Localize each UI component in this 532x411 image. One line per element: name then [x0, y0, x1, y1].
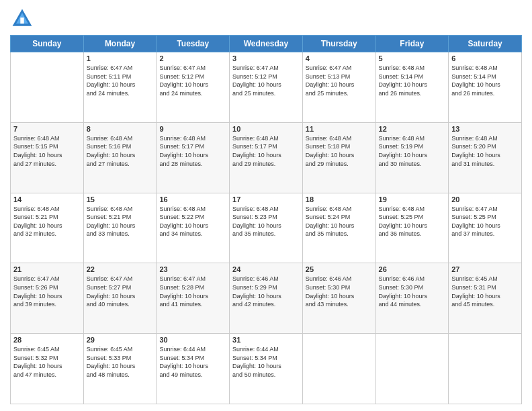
- logo-icon: [10, 7, 34, 31]
- day-info: Sunrise: 6:48 AM Sunset: 5:24 PM Dayligh…: [306, 205, 373, 238]
- day-info: Sunrise: 6:48 AM Sunset: 5:20 PM Dayligh…: [451, 134, 519, 168]
- day-cell-26: 26Sunrise: 6:46 AM Sunset: 5:30 PM Dayli…: [375, 263, 449, 334]
- page: SundayMondayTuesdayWednesdayThursdayFrid…: [0, 0, 532, 411]
- day-number: 24: [232, 265, 300, 273]
- day-info: Sunrise: 6:48 AM Sunset: 5:18 PM Dayligh…: [306, 134, 373, 168]
- day-cell-2: 2Sunrise: 6:47 AM Sunset: 5:12 PM Daylig…: [157, 52, 230, 123]
- day-info: Sunrise: 6:45 AM Sunset: 5:31 PM Dayligh…: [451, 275, 519, 308]
- day-cell-19: 19Sunrise: 6:48 AM Sunset: 5:25 PM Dayli…: [375, 193, 449, 263]
- day-number: 4: [306, 54, 373, 62]
- day-number: 10: [232, 125, 300, 133]
- day-cell-31: 31Sunrise: 6:44 AM Sunset: 5:34 PM Dayli…: [230, 334, 303, 404]
- day-number: 14: [13, 195, 81, 203]
- day-cell-25: 25Sunrise: 6:46 AM Sunset: 5:30 PM Dayli…: [302, 263, 375, 334]
- day-number: 31: [232, 336, 300, 344]
- day-cell-8: 8Sunrise: 6:48 AM Sunset: 5:16 PM Daylig…: [83, 122, 157, 193]
- day-info: Sunrise: 6:48 AM Sunset: 5:21 PM Dayligh…: [87, 205, 154, 238]
- day-number: 27: [451, 265, 519, 273]
- day-cell-29: 29Sunrise: 6:45 AM Sunset: 5:33 PM Dayli…: [83, 334, 157, 404]
- day-cell-9: 9Sunrise: 6:48 AM Sunset: 5:17 PM Daylig…: [157, 122, 230, 193]
- day-info: Sunrise: 6:44 AM Sunset: 5:34 PM Dayligh…: [232, 345, 300, 379]
- day-number: 20: [451, 195, 519, 203]
- day-info: Sunrise: 6:47 AM Sunset: 5:12 PM Dayligh…: [232, 64, 300, 97]
- day-number: 23: [159, 265, 226, 273]
- day-cell-13: 13Sunrise: 6:48 AM Sunset: 5:20 PM Dayli…: [449, 122, 522, 193]
- day-info: Sunrise: 6:48 AM Sunset: 5:15 PM Dayligh…: [13, 134, 81, 168]
- day-number: 30: [159, 336, 226, 344]
- day-info: Sunrise: 6:48 AM Sunset: 5:17 PM Dayligh…: [232, 134, 300, 168]
- day-cell-28: 28Sunrise: 6:45 AM Sunset: 5:32 PM Dayli…: [11, 334, 84, 404]
- empty-cell: [449, 334, 522, 404]
- day-cell-11: 11Sunrise: 6:48 AM Sunset: 5:18 PM Dayli…: [302, 122, 375, 193]
- day-cell-6: 6Sunrise: 6:48 AM Sunset: 5:14 PM Daylig…: [449, 52, 522, 123]
- day-cell-18: 18Sunrise: 6:48 AM Sunset: 5:24 PM Dayli…: [302, 193, 375, 263]
- day-number: 22: [87, 265, 154, 273]
- week-row-1: 1Sunrise: 6:47 AM Sunset: 5:11 PM Daylig…: [11, 52, 522, 123]
- weekday-header-row: SundayMondayTuesdayWednesdayThursdayFrid…: [11, 36, 522, 52]
- empty-cell: [302, 334, 375, 404]
- day-number: 1: [87, 54, 154, 62]
- week-row-2: 7Sunrise: 6:48 AM Sunset: 5:15 PM Daylig…: [11, 122, 522, 193]
- day-info: Sunrise: 6:47 AM Sunset: 5:28 PM Dayligh…: [159, 275, 226, 308]
- day-cell-4: 4Sunrise: 6:47 AM Sunset: 5:13 PM Daylig…: [302, 52, 375, 123]
- day-number: 2: [159, 54, 226, 62]
- day-number: 7: [13, 125, 81, 133]
- day-number: 29: [87, 336, 154, 344]
- week-row-4: 21Sunrise: 6:47 AM Sunset: 5:26 PM Dayli…: [11, 263, 522, 334]
- week-row-5: 28Sunrise: 6:45 AM Sunset: 5:32 PM Dayli…: [11, 334, 522, 404]
- weekday-wednesday: Wednesday: [230, 36, 303, 52]
- header: [10, 7, 522, 31]
- day-cell-16: 16Sunrise: 6:48 AM Sunset: 5:22 PM Dayli…: [157, 193, 230, 263]
- day-info: Sunrise: 6:47 AM Sunset: 5:25 PM Dayligh…: [451, 205, 519, 238]
- day-number: 25: [306, 265, 373, 273]
- day-info: Sunrise: 6:47 AM Sunset: 5:13 PM Dayligh…: [306, 64, 373, 97]
- day-cell-12: 12Sunrise: 6:48 AM Sunset: 5:19 PM Dayli…: [375, 122, 449, 193]
- day-info: Sunrise: 6:48 AM Sunset: 5:14 PM Dayligh…: [379, 64, 446, 97]
- week-row-3: 14Sunrise: 6:48 AM Sunset: 5:21 PM Dayli…: [11, 193, 522, 263]
- day-number: 28: [13, 336, 81, 344]
- day-number: 9: [159, 125, 226, 133]
- day-cell-14: 14Sunrise: 6:48 AM Sunset: 5:21 PM Dayli…: [11, 193, 84, 263]
- day-number: 26: [379, 265, 446, 273]
- empty-cell: [375, 334, 449, 404]
- day-info: Sunrise: 6:46 AM Sunset: 5:30 PM Dayligh…: [379, 275, 446, 308]
- day-number: 19: [379, 195, 446, 203]
- day-cell-10: 10Sunrise: 6:48 AM Sunset: 5:17 PM Dayli…: [230, 122, 303, 193]
- day-info: Sunrise: 6:45 AM Sunset: 5:33 PM Dayligh…: [87, 345, 154, 379]
- weekday-tuesday: Tuesday: [157, 36, 230, 52]
- day-cell-27: 27Sunrise: 6:45 AM Sunset: 5:31 PM Dayli…: [449, 263, 522, 334]
- day-cell-17: 17Sunrise: 6:48 AM Sunset: 5:23 PM Dayli…: [230, 193, 303, 263]
- day-info: Sunrise: 6:48 AM Sunset: 5:23 PM Dayligh…: [232, 205, 300, 238]
- empty-cell: [11, 52, 84, 123]
- day-number: 6: [451, 54, 519, 62]
- day-info: Sunrise: 6:48 AM Sunset: 5:16 PM Dayligh…: [87, 134, 154, 168]
- day-cell-15: 15Sunrise: 6:48 AM Sunset: 5:21 PM Dayli…: [83, 193, 157, 263]
- day-info: Sunrise: 6:48 AM Sunset: 5:14 PM Dayligh…: [451, 64, 519, 97]
- day-info: Sunrise: 6:46 AM Sunset: 5:30 PM Dayligh…: [306, 275, 373, 308]
- weekday-saturday: Saturday: [449, 36, 522, 52]
- day-cell-3: 3Sunrise: 6:47 AM Sunset: 5:12 PM Daylig…: [230, 52, 303, 123]
- day-number: 17: [232, 195, 300, 203]
- weekday-friday: Friday: [375, 36, 449, 52]
- day-cell-20: 20Sunrise: 6:47 AM Sunset: 5:25 PM Dayli…: [449, 193, 522, 263]
- day-number: 13: [451, 125, 519, 133]
- day-cell-21: 21Sunrise: 6:47 AM Sunset: 5:26 PM Dayli…: [11, 263, 84, 334]
- day-cell-1: 1Sunrise: 6:47 AM Sunset: 5:11 PM Daylig…: [83, 52, 157, 123]
- day-number: 15: [87, 195, 154, 203]
- day-info: Sunrise: 6:48 AM Sunset: 5:25 PM Dayligh…: [379, 205, 446, 238]
- calendar-table: SundayMondayTuesdayWednesdayThursdayFrid…: [10, 35, 522, 404]
- day-number: 3: [232, 54, 300, 62]
- weekday-sunday: Sunday: [11, 36, 84, 52]
- logo: [10, 7, 37, 31]
- day-info: Sunrise: 6:47 AM Sunset: 5:26 PM Dayligh…: [13, 275, 81, 308]
- weekday-monday: Monday: [83, 36, 157, 52]
- day-info: Sunrise: 6:48 AM Sunset: 5:17 PM Dayligh…: [159, 134, 226, 168]
- day-number: 18: [306, 195, 373, 203]
- day-cell-7: 7Sunrise: 6:48 AM Sunset: 5:15 PM Daylig…: [11, 122, 84, 193]
- day-number: 21: [13, 265, 81, 273]
- day-info: Sunrise: 6:47 AM Sunset: 5:12 PM Dayligh…: [159, 64, 226, 97]
- day-info: Sunrise: 6:46 AM Sunset: 5:29 PM Dayligh…: [232, 275, 300, 308]
- day-cell-5: 5Sunrise: 6:48 AM Sunset: 5:14 PM Daylig…: [375, 52, 449, 123]
- day-info: Sunrise: 6:44 AM Sunset: 5:34 PM Dayligh…: [159, 345, 226, 379]
- day-number: 12: [379, 125, 446, 133]
